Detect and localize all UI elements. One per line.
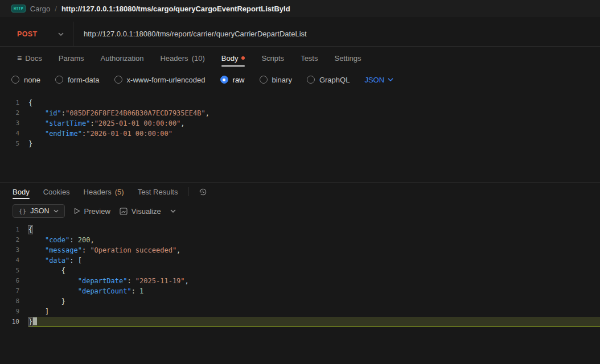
request-bar: POST http://127.0.0.1:18080/tms/report/c…	[0, 22, 600, 47]
tab-label: Headers	[84, 188, 112, 196]
chevron-down-icon	[58, 32, 64, 36]
code-content: "departDate": "2025-11-19",	[28, 276, 600, 286]
preview-label: Preview	[84, 207, 110, 216]
code-content: {	[28, 225, 600, 235]
braces-icon: {}	[19, 208, 26, 215]
code-line-3[interactable]: 3 "startTime":"2025-01-01 00:00:00",	[0, 118, 600, 129]
code-content: "code": 200,	[28, 235, 600, 245]
tab-label: Headers	[160, 54, 188, 63]
response-tab-body[interactable]: Body	[13, 183, 30, 201]
radio-label: form-data	[68, 76, 100, 84]
code-content: }	[28, 296, 600, 307]
radio-label: none	[24, 76, 40, 84]
tab-label: Authorization	[101, 54, 144, 63]
code-line-3[interactable]: 3 "message": "Operation succeeded",	[0, 245, 600, 255]
request-tab-tests[interactable]: Tests	[301, 47, 318, 69]
chevron-down-icon	[170, 209, 176, 213]
code-line-2[interactable]: 2 "code": 200,	[0, 235, 600, 245]
raw-format-label: JSON	[364, 76, 384, 84]
request-tab-settings[interactable]: Settings	[334, 47, 361, 69]
line-number: 9	[0, 307, 28, 317]
request-tab-body[interactable]: Body	[221, 47, 245, 69]
body-type-form-data[interactable]: form-data	[55, 76, 100, 84]
code-content: }	[28, 317, 600, 327]
request-tab-headers[interactable]: Headers(10)	[160, 47, 204, 69]
breadcrumb-separator: /	[55, 5, 57, 13]
request-tabs: ≡DocsParamsAuthorizationHeaders(10)BodyS…	[0, 47, 600, 69]
tab-count: (10)	[192, 54, 205, 63]
code-content: "message": "Operation succeeded",	[28, 245, 600, 255]
radio-icon	[11, 76, 19, 84]
body-type-raw[interactable]: raw	[220, 76, 245, 84]
radio-icon	[220, 76, 228, 84]
code-line-1[interactable]: 1{	[0, 225, 600, 235]
chevron-down-icon	[54, 209, 59, 213]
response-tab-cookies[interactable]: Cookies	[43, 183, 70, 201]
code-content: "data": [	[28, 255, 600, 266]
radio-icon	[114, 76, 122, 84]
code-line-9[interactable]: 9 ]	[0, 307, 600, 317]
method-label: POST	[17, 30, 38, 38]
divider	[188, 187, 188, 196]
response-format-select[interactable]: {} JSON	[13, 204, 65, 218]
line-number: 5	[0, 139, 28, 149]
tab-label: Tests	[301, 54, 318, 63]
code-line-1[interactable]: 1{	[0, 98, 600, 108]
body-type-options: noneform-datax-www-form-urlencodedrawbin…	[11, 76, 350, 84]
code-line-5[interactable]: 5 {	[0, 266, 600, 276]
body-type-binary[interactable]: binary	[260, 76, 292, 84]
line-number: 6	[0, 276, 28, 286]
code-content: {	[28, 98, 600, 108]
code-content: ]	[28, 307, 600, 317]
code-line-5[interactable]: 5}	[0, 139, 600, 149]
app-root: HTTP Cargo / http://127.0.0.1:18080/tms/…	[0, 0, 600, 327]
line-number: 7	[0, 286, 28, 296]
raw-format-select[interactable]: JSON	[364, 76, 393, 84]
response-tab-test-results[interactable]: Test Results	[138, 183, 178, 201]
response-more-dropdown[interactable]	[170, 209, 176, 213]
request-tab-params[interactable]: Params	[59, 47, 84, 69]
code-line-10[interactable]: 10}	[0, 317, 600, 327]
line-number: 2	[0, 235, 28, 245]
play-icon	[74, 208, 80, 214]
breadcrumb-project[interactable]: Cargo	[30, 5, 50, 13]
visualize-button[interactable]: Visualize	[120, 207, 161, 216]
response-panel: BodyCookiesHeaders(5)Test Results {} JSO…	[0, 182, 600, 327]
radio-label: x-www-form-urlencoded	[127, 76, 206, 84]
response-toolbar: {} JSON Preview Visualize	[0, 201, 600, 221]
body-type-row: noneform-datax-www-form-urlencodedrawbin…	[0, 69, 600, 90]
method-select[interactable]: POST	[0, 22, 73, 46]
body-type-x-www-form-urlencoded[interactable]: x-www-form-urlencoded	[114, 76, 206, 84]
line-number: 1	[0, 98, 28, 108]
tab-label: Test Results	[138, 188, 178, 196]
line-number: 10	[0, 317, 28, 327]
code-line-4[interactable]: 4 "data": [	[0, 255, 600, 266]
code-line-6[interactable]: 6 "departDate": "2025-11-19",	[0, 276, 600, 286]
request-tab-docs[interactable]: ≡Docs	[17, 47, 42, 69]
radio-label: raw	[233, 76, 245, 84]
radio-label: GraphQL	[319, 76, 350, 84]
code-line-4[interactable]: 4 "endTime":"2026-01-01 00:00:00"	[0, 129, 600, 139]
line-number: 3	[0, 118, 28, 129]
request-body-editor[interactable]: 1{2 "id":"085DF26F8FE24B06B30A7ECD7935EE…	[0, 98, 600, 182]
code-line-7[interactable]: 7 "departCount": 1	[0, 286, 600, 296]
code-line-2[interactable]: 2 "id":"085DF26F8FE24B06B30A7ECD7935EE4B…	[0, 108, 600, 118]
request-tab-authorization[interactable]: Authorization	[101, 47, 144, 69]
tab-label: Scripts	[261, 54, 284, 63]
body-type-none[interactable]: none	[11, 76, 40, 84]
request-url-input[interactable]: http://127.0.0.1:18080/tms/report/carrie…	[84, 30, 600, 38]
chevron-down-icon	[388, 78, 393, 81]
preview-button[interactable]: Preview	[74, 207, 110, 216]
radio-icon	[307, 76, 315, 84]
response-tab-headers[interactable]: Headers(5)	[84, 183, 124, 201]
line-number: 5	[0, 266, 28, 276]
visualize-label: Visualize	[131, 207, 161, 216]
response-body-viewer[interactable]: 1{2 "code": 200,3 "message": "Operation …	[0, 221, 600, 327]
http-badge-icon: HTTP	[11, 5, 26, 13]
code-content: "endTime":"2026-01-01 00:00:00"	[28, 129, 600, 139]
history-button[interactable]	[199, 188, 207, 196]
body-type-graphql[interactable]: GraphQL	[307, 76, 350, 84]
request-tab-scripts[interactable]: Scripts	[261, 47, 284, 69]
modified-dot	[241, 56, 245, 60]
code-line-8[interactable]: 8 }	[0, 296, 600, 307]
